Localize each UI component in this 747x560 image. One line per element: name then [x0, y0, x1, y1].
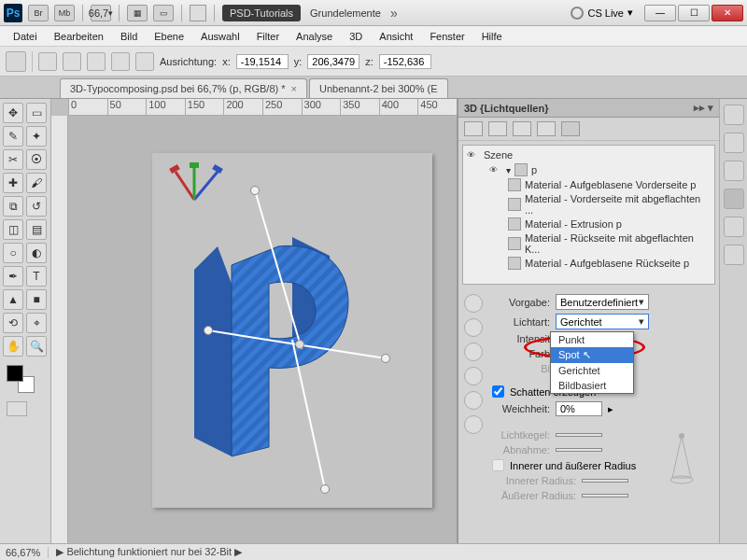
- color-panel-icon[interactable]: [724, 105, 744, 125]
- stamp-tool[interactable]: ⧉: [3, 196, 23, 217]
- menu-hilfe[interactable]: Hilfe: [474, 29, 510, 44]
- light-center-handle[interactable]: [295, 340, 304, 349]
- chevron-right-icon[interactable]: »: [390, 6, 398, 21]
- zoom-field[interactable]: 66,7 ▾: [91, 5, 111, 21]
- lasso-tool[interactable]: ✎: [3, 126, 23, 147]
- view-extras-icon[interactable]: ▦: [127, 5, 148, 21]
- cslive-icon[interactable]: [571, 7, 584, 20]
- cslive-label[interactable]: CS Live: [587, 7, 624, 19]
- shape-tool[interactable]: ■: [26, 289, 47, 310]
- filter-scene-icon[interactable]: [464, 121, 483, 136]
- type-tool[interactable]: T: [26, 266, 47, 287]
- menu-3d[interactable]: 3D: [342, 29, 370, 44]
- light-slide-icon[interactable]: [464, 343, 483, 361]
- 3d-rotate-tool[interactable]: ⟲: [3, 313, 23, 333]
- softness-field[interactable]: 0%: [556, 401, 602, 416]
- history-brush-tool[interactable]: ↺: [26, 196, 47, 217]
- menu-auswahl[interactable]: Auswahl: [193, 29, 247, 44]
- zoom-tool[interactable]: 🔍: [26, 336, 47, 357]
- home-icon[interactable]: [38, 52, 57, 71]
- light-handle[interactable]: [381, 354, 390, 363]
- menu-filter[interactable]: Filter: [249, 29, 287, 44]
- scale-icon[interactable]: [135, 52, 154, 71]
- document-tab[interactable]: Unbenannt-2 bei 300% (E: [309, 78, 448, 98]
- status-zoom[interactable]: 66,67%: [6, 547, 49, 558]
- softness-flyout-icon[interactable]: ▸: [608, 403, 613, 415]
- menu-bearbeiten[interactable]: Bearbeiten: [47, 29, 111, 44]
- shadow-checkbox[interactable]: [492, 385, 504, 398]
- quickmask-toggle[interactable]: [7, 401, 27, 416]
- filter-material-icon[interactable]: [513, 121, 531, 136]
- y-field[interactable]: 206,3479: [307, 54, 359, 69]
- bridge-icon[interactable]: Br: [28, 5, 49, 21]
- rotate-icon[interactable]: [63, 52, 81, 71]
- light-pan-icon[interactable]: [464, 318, 483, 337]
- workspace-button[interactable]: PSD-Tutorials: [222, 5, 301, 21]
- pen-tool[interactable]: ✒: [3, 266, 23, 287]
- wand-tool[interactable]: ✦: [26, 126, 47, 147]
- light-gizmo[interactable]: [68, 116, 457, 543]
- light-origin-icon[interactable]: [464, 391, 483, 410]
- light-point-icon[interactable]: [464, 367, 483, 385]
- eyedropper-tool[interactable]: ⦿: [26, 149, 47, 170]
- styles-panel-icon[interactable]: [724, 161, 744, 181]
- visibility-icon[interactable]: [467, 148, 480, 161]
- lighttype-dropdown[interactable]: Punkt Spot ↖ Gerichtet Bildbasiert: [550, 331, 634, 394]
- pan-icon[interactable]: [87, 52, 106, 71]
- canvas[interactable]: [68, 116, 457, 543]
- light-rotate-icon[interactable]: [464, 294, 483, 313]
- 3d-panel-icon[interactable]: [724, 189, 744, 209]
- menu-ansicht[interactable]: Ansicht: [372, 29, 420, 44]
- panel-menu-icon[interactable]: ▸▸ ▾: [694, 102, 713, 114]
- light-handle[interactable]: [250, 186, 260, 195]
- minimize-button[interactable]: —: [644, 5, 676, 21]
- close-tab-icon[interactable]: ×: [291, 83, 297, 94]
- x-field[interactable]: -19,1514: [236, 54, 289, 69]
- screen-mode-icon[interactable]: [190, 5, 206, 21]
- dropdown-item[interactable]: Punkt: [551, 332, 633, 347]
- color-swatches[interactable]: [7, 365, 35, 393]
- light-handle[interactable]: [204, 326, 213, 335]
- filter-all-icon[interactable]: [561, 121, 580, 136]
- chevron-down-icon[interactable]: ▾: [627, 7, 633, 19]
- view-proof-icon[interactable]: ▭: [153, 5, 174, 21]
- scene-tree[interactable]: Szene ▾ p Material - Aufgeblasene Vorder…: [462, 145, 715, 285]
- light-toggle-icon[interactable]: [464, 415, 483, 434]
- adjustments-panel-icon[interactable]: [724, 217, 744, 237]
- tool-preset-icon[interactable]: [6, 51, 26, 72]
- menu-bild[interactable]: Bild: [113, 29, 145, 44]
- document-tab[interactable]: 3D-Typocomposing.psd bei 66,7% (p, RGB/8…: [60, 78, 307, 98]
- brush-tool[interactable]: 🖌: [26, 173, 47, 193]
- dropdown-item[interactable]: Bildbasiert: [551, 378, 633, 393]
- menu-analyse[interactable]: Analyse: [289, 29, 340, 44]
- close-button[interactable]: ✕: [712, 5, 743, 21]
- menu-ebene[interactable]: Ebene: [147, 29, 191, 44]
- preset-select[interactable]: Benutzerdefiniert▾: [556, 294, 649, 310]
- eraser-tool[interactable]: ◫: [3, 219, 23, 240]
- z-field[interactable]: -152,636: [379, 54, 431, 69]
- move-tool[interactable]: ✥: [3, 103, 23, 123]
- dropdown-item[interactable]: Gerichtet: [551, 363, 633, 378]
- panel-title[interactable]: 3D {Lichtquellen}▸▸ ▾: [458, 99, 719, 118]
- dodge-tool[interactable]: ◐: [26, 243, 47, 263]
- light-handle[interactable]: [320, 484, 330, 494]
- visibility-icon[interactable]: [489, 163, 502, 176]
- crop-tool[interactable]: ✂: [3, 149, 23, 170]
- dropdown-item[interactable]: Spot ↖: [551, 347, 633, 363]
- workspace-label[interactable]: Grundelemente: [306, 5, 385, 21]
- filter-mesh-icon[interactable]: [488, 121, 507, 136]
- minibridge-icon[interactable]: Mb: [54, 5, 75, 21]
- lighttype-select[interactable]: Gerichtet▾: [556, 314, 649, 329]
- filter-light-icon[interactable]: [537, 121, 556, 136]
- blur-tool[interactable]: ○: [3, 243, 23, 263]
- hand-tool[interactable]: ✋: [3, 336, 23, 357]
- marquee-tool[interactable]: ▭: [26, 103, 47, 123]
- gradient-tool[interactable]: ▤: [26, 219, 47, 240]
- menu-fenster[interactable]: Fenster: [422, 29, 472, 44]
- 3d-camera-tool[interactable]: ⌖: [26, 313, 47, 333]
- layers-panel-icon[interactable]: [724, 245, 744, 265]
- swatches-panel-icon[interactable]: [724, 133, 744, 153]
- slide-icon[interactable]: [111, 52, 130, 71]
- maximize-button[interactable]: ☐: [678, 5, 710, 21]
- heal-tool[interactable]: ✚: [3, 173, 23, 193]
